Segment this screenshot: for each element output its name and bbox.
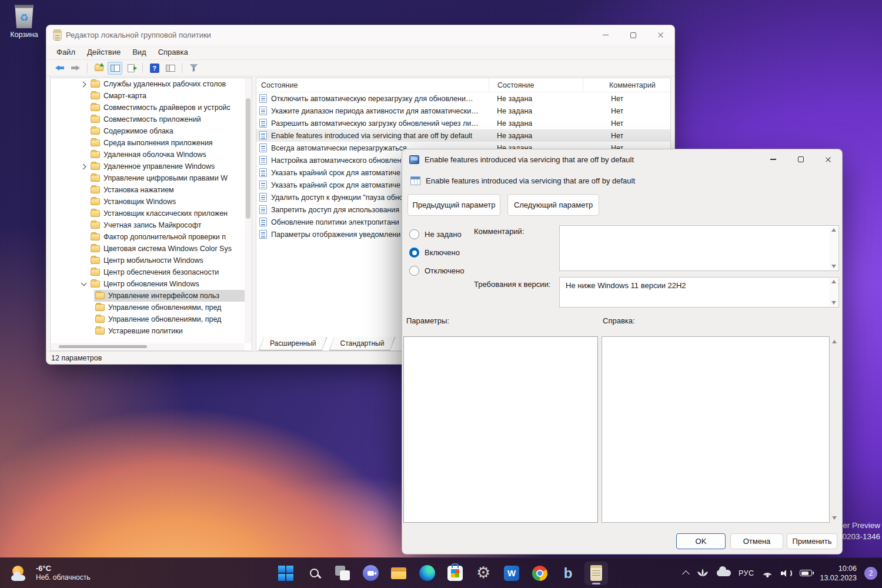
- column-header-comment[interactable]: Комментарий: [583, 78, 670, 92]
- options-panel[interactable]: [403, 336, 598, 523]
- language-indicator[interactable]: РУС: [739, 569, 754, 577]
- tree-item[interactable]: Удаленная оболочка Windows: [51, 149, 245, 161]
- tab-extended[interactable]: Расширенный: [259, 337, 328, 350]
- chevron-icon[interactable]: [78, 283, 89, 285]
- battery-icon[interactable]: [800, 570, 812, 576]
- edge-button[interactable]: [415, 562, 439, 585]
- cancel-button[interactable]: Отмена: [730, 533, 783, 549]
- tree-item[interactable]: Управление цифровыми правами W: [51, 172, 245, 184]
- search-button[interactable]: [302, 562, 326, 585]
- dialog-close-button[interactable]: [814, 149, 842, 169]
- clock[interactable]: 10:06 13.02.2023: [820, 564, 857, 583]
- recycle-bin[interactable]: ♻ Корзина: [6, 5, 42, 39]
- tree-item[interactable]: Содержимое облака: [51, 125, 245, 137]
- scroll-down-icon[interactable]: [831, 301, 836, 305]
- tree-item[interactable]: Устаревшие политики: [51, 325, 245, 337]
- tree-item[interactable]: Совместимость приложений: [51, 113, 245, 125]
- tree-item[interactable]: Установка нажатием: [51, 184, 245, 196]
- back-button[interactable]: [52, 62, 67, 75]
- menu-file[interactable]: Файл: [51, 46, 81, 58]
- tree-item[interactable]: Цветовая система Windows Color Sys: [51, 243, 245, 255]
- column-header-state[interactable]: Состояние: [489, 78, 583, 92]
- version-scrollbar[interactable]: [829, 278, 838, 306]
- radio-enabled[interactable]: Включено: [409, 248, 460, 258]
- column-header-setting[interactable]: Состояние: [256, 78, 489, 92]
- maximize-button[interactable]: [619, 25, 647, 45]
- tree-item[interactable]: Фактор дополнительной проверки п: [51, 231, 245, 243]
- comment-textarea[interactable]: [559, 225, 839, 271]
- title-bar[interactable]: Редактор локальной групповой политики: [46, 25, 674, 45]
- file-explorer-button[interactable]: [387, 562, 410, 585]
- store-button[interactable]: [443, 562, 467, 585]
- help-button[interactable]: ?: [147, 62, 162, 75]
- scroll-down-icon[interactable]: [831, 265, 836, 268]
- tree-item[interactable]: Службы удаленных рабочих столов: [51, 78, 245, 90]
- next-setting-button[interactable]: Следующий параметр: [507, 194, 599, 216]
- task-view-button[interactable]: [330, 562, 354, 585]
- tree-item[interactable]: Управление обновлениями, пред: [51, 302, 245, 313]
- policy-row[interactable]: Укажите диапазон периода активности для …: [256, 105, 670, 117]
- scrollbar-thumb[interactable]: [59, 345, 147, 348]
- help-scroll-up-icon[interactable]: [832, 340, 837, 343]
- tree-item[interactable]: Установщик Windows: [51, 196, 245, 208]
- tree-item[interactable]: Учетная запись Майкрософт: [51, 219, 245, 231]
- show-console-tree-button[interactable]: [108, 62, 122, 75]
- tab-standard[interactable]: Стандартный: [329, 337, 396, 350]
- lotus-tray-icon[interactable]: [696, 568, 709, 578]
- scrollbar-thumb[interactable]: [246, 98, 250, 219]
- notification-badge[interactable]: 2: [864, 567, 877, 580]
- tree-item[interactable]: Совместимость драйверов и устройс: [51, 102, 245, 113]
- word-button[interactable]: W: [500, 562, 523, 585]
- dialog-maximize-button[interactable]: [787, 149, 814, 169]
- volume-icon[interactable]: [781, 569, 792, 577]
- forward-button[interactable]: [68, 62, 83, 75]
- gpedit-taskbar-button[interactable]: [584, 562, 608, 585]
- policy-row[interactable]: Отключить автоматическую перезагрузку дл…: [256, 92, 670, 105]
- tree-horizontal-scrollbar[interactable]: [51, 343, 245, 350]
- chat-button[interactable]: [359, 562, 382, 585]
- chevron-icon[interactable]: [78, 165, 89, 169]
- minimize-button[interactable]: [592, 25, 619, 45]
- menu-help[interactable]: Справка: [153, 46, 193, 58]
- tree-item[interactable]: Центр мобильности Windows: [51, 255, 245, 266]
- dialog-title-bar[interactable]: Enable features introduced via servicing…: [402, 149, 842, 169]
- radio-not-configured[interactable]: Не задано: [409, 229, 462, 239]
- tree-item[interactable]: Центр обеспечения безопасности: [51, 266, 245, 278]
- help-scroll-down-icon[interactable]: [832, 516, 837, 520]
- textarea-scrollbar[interactable]: [829, 226, 838, 270]
- tree-item[interactable]: Центр обновления Windows: [51, 278, 245, 290]
- policy-row[interactable]: Разрешить автоматическую загрузку обновл…: [256, 117, 670, 129]
- export-list-button[interactable]: [123, 62, 138, 75]
- apply-button[interactable]: Применить: [787, 533, 837, 549]
- dialog-minimize-button[interactable]: [759, 149, 787, 169]
- show-window-button[interactable]: [163, 62, 178, 75]
- tree-item[interactable]: Смарт-карта: [51, 90, 245, 102]
- tray-chevron-up-icon[interactable]: [682, 570, 690, 578]
- tree-item[interactable]: Удаленное управление Windows: [51, 161, 245, 172]
- scroll-up-icon[interactable]: [831, 228, 836, 232]
- radio-disabled[interactable]: Отключено: [409, 266, 464, 276]
- wifi-icon[interactable]: [761, 569, 773, 577]
- onedrive-icon[interactable]: [717, 570, 731, 576]
- start-button[interactable]: [274, 562, 298, 585]
- policy-row[interactable]: Enable features introduced via servicing…: [256, 129, 670, 142]
- tree-item[interactable]: Управление интерфейсом польз: [51, 290, 245, 302]
- help-text-panel[interactable]: [602, 336, 830, 523]
- tree-item[interactable]: Среда выполнения приложения: [51, 137, 245, 149]
- menu-view[interactable]: Вид: [127, 46, 152, 58]
- previous-setting-button[interactable]: Предыдущий параметр: [407, 194, 500, 216]
- tree-item[interactable]: Установщик классических приложен: [51, 208, 245, 219]
- chevron-icon[interactable]: [78, 82, 89, 86]
- filter-button[interactable]: [186, 62, 201, 75]
- tree-item[interactable]: Управление обновлениями, пред: [51, 313, 245, 325]
- ok-button[interactable]: OK: [676, 533, 726, 549]
- scroll-up-icon[interactable]: [831, 280, 836, 283]
- settings-button[interactable]: ⚙: [472, 562, 495, 585]
- tree-vertical-scrollbar[interactable]: [245, 78, 252, 343]
- weather-widget[interactable]: -6°C Неб. облачность: [5, 558, 96, 588]
- chrome-button[interactable]: [528, 562, 552, 585]
- up-one-level-button[interactable]: [92, 62, 106, 75]
- menu-action[interactable]: Действие: [82, 46, 126, 58]
- version-box[interactable]: Не ниже Windows 11 версии 22H2: [559, 277, 839, 308]
- close-button[interactable]: [647, 25, 674, 45]
